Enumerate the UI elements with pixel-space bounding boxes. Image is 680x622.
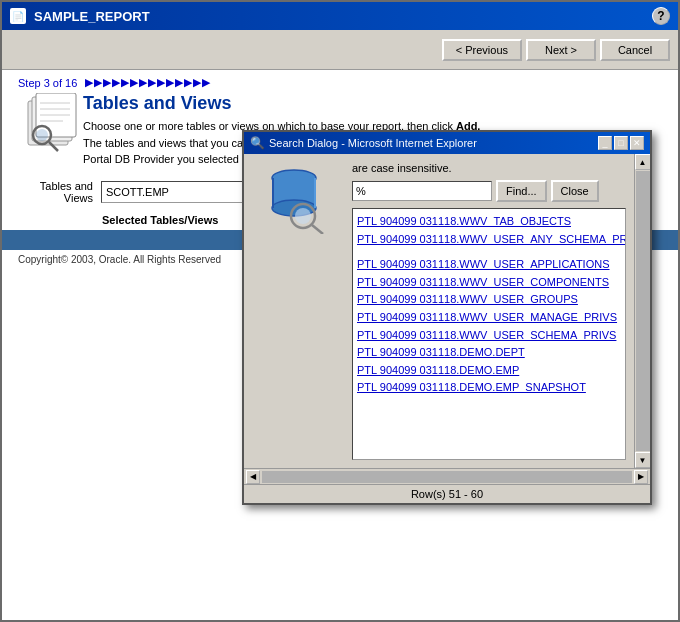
next-button[interactable]: Next > (526, 39, 596, 61)
svg-line-17 (312, 225, 323, 234)
result-link[interactable]: PTL 904099 031118.WWV_USER_ANY_SCHEMA_PR (357, 231, 621, 249)
nav-bar: < Previous Next > Cancel (2, 30, 678, 70)
dialog-left-panel (244, 154, 344, 468)
dialog-title-bar: 🔍 Search Dialog - Microsoft Internet Exp… (244, 132, 650, 154)
dialog-statusbar: Row(s) 51 - 60 (244, 484, 650, 503)
database-icon (259, 164, 329, 234)
scroll-right-arrow[interactable]: ▶ (634, 470, 648, 484)
scroll-down-arrow[interactable]: ▼ (635, 452, 651, 468)
horizontal-scrollbar: ◀ ▶ (244, 468, 650, 484)
dialog-right-panel: are case insensitive. Find... Close PTL … (344, 154, 634, 468)
result-link[interactable]: PTL 904099 031118.WWV_USER_GROUPS (357, 291, 621, 309)
form-label: Tables and Views (18, 180, 93, 204)
search-dialog: 🔍 Search Dialog - Microsoft Internet Exp… (242, 130, 652, 505)
search-row: Find... Close (352, 180, 626, 202)
hscroll-track[interactable] (262, 471, 632, 483)
dialog-hint: are case insensitive. (352, 162, 626, 174)
svg-point-9 (36, 129, 48, 141)
content-area: Step 3 of 16 ▶▶▶▶▶▶▶▶▶▶▶▶▶▶ (2, 70, 678, 620)
step-dots: ▶▶▶▶▶▶▶▶▶▶▶▶▶▶ (85, 76, 211, 89)
title-bar: 📄 SAMPLE_REPORT ? (2, 2, 678, 30)
vertical-scrollbar: ▲ ▼ (634, 154, 650, 468)
logo-svg (18, 93, 83, 153)
scroll-track[interactable] (636, 171, 650, 451)
minimize-button[interactable]: _ (598, 136, 612, 150)
dialog-body: are case insensitive. Find... Close PTL … (244, 154, 650, 468)
maximize-button[interactable]: □ (614, 136, 628, 150)
dialog-title-left: 🔍 Search Dialog - Microsoft Internet Exp… (250, 136, 477, 150)
result-link[interactable]: PTL 904099 031118.WWV_USER_MANAGE_PRIVS (357, 309, 621, 327)
results-area: PTL 904099 031118.WWV_TAB_OBJECTSPTL 904… (352, 208, 626, 460)
step-text: Step 3 of 16 (18, 77, 77, 89)
search-input[interactable] (352, 181, 492, 201)
cancel-button[interactable]: Cancel (600, 39, 670, 61)
dialog-window-buttons: _ □ ✕ (598, 136, 644, 150)
app-icon: 📄 (10, 8, 26, 24)
dialog-icon: 🔍 (250, 136, 265, 150)
result-link[interactable]: PTL 904099 031118.WWV_USER_SCHEMA_PRIVS (357, 327, 621, 345)
svg-rect-13 (272, 178, 274, 208)
scroll-left-arrow[interactable]: ◀ (246, 470, 260, 484)
dialog-close-button[interactable]: Close (551, 180, 599, 202)
result-link[interactable]: PTL 904099 031118.WWV_USER_COMPONENTS (357, 274, 621, 292)
page-title: Tables and Views (83, 93, 662, 114)
help-button[interactable]: ? (652, 7, 670, 25)
step-area: Step 3 of 16 ▶▶▶▶▶▶▶▶▶▶▶▶▶▶ (2, 70, 678, 89)
result-link[interactable]: PTL 904099 031118.WWV_USER_APPLICATIONS (357, 256, 621, 274)
result-link[interactable]: PTL 904099 031118.DEMO.DEPT (357, 344, 621, 362)
scroll-up-arrow[interactable]: ▲ (635, 154, 651, 170)
previous-button[interactable]: < Previous (442, 39, 522, 61)
logo-container (18, 93, 83, 153)
svg-point-16 (295, 208, 311, 224)
dialog-title-text: Search Dialog - Microsoft Internet Explo… (269, 137, 477, 149)
find-button[interactable]: Find... (496, 180, 547, 202)
title-bar-left: 📄 SAMPLE_REPORT (10, 8, 150, 24)
close-window-button[interactable]: ✕ (630, 136, 644, 150)
result-link[interactable]: PTL 904099 031118.DEMO.EMP_SNAPSHOT (357, 379, 621, 397)
copyright-text: Copyright© 2003, Oracle. All Rights Rese… (18, 254, 221, 265)
result-link[interactable]: PTL 904099 031118.WWV_TAB_OBJECTS (357, 213, 621, 231)
main-window: 📄 SAMPLE_REPORT ? < Previous Next > Canc… (0, 0, 680, 622)
results-scroll[interactable]: PTL 904099 031118.WWV_TAB_OBJECTSPTL 904… (353, 209, 625, 459)
window-title: SAMPLE_REPORT (34, 9, 150, 24)
result-link[interactable]: PTL 904099 031118.DEMO.EMP (357, 362, 621, 380)
svg-rect-14 (314, 178, 316, 208)
